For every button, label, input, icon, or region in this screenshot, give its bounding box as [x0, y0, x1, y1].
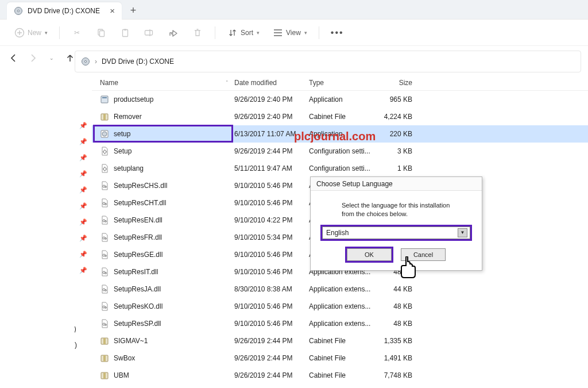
svg-rect-50: [103, 372, 106, 379]
tab-title: DVD Drive (D:) CXONE: [28, 7, 100, 15]
sidebar-quick-001[interactable]: 001📌: [75, 246, 92, 262]
back-button[interactable]: [9, 52, 19, 64]
column-type[interactable]: Type: [309, 79, 378, 87]
sidebar-onedrive[interactable]: › OneDrive - Pers: [75, 94, 92, 110]
language-dialog: Choose Setup Language Select the languag…: [310, 176, 482, 271]
trash-icon: [192, 27, 203, 39]
file-name: SIGMAV~1: [114, 337, 148, 345]
file-size: 4,224 KB: [378, 113, 418, 121]
ok-button[interactable]: OK: [347, 248, 392, 261]
file-icon: [100, 319, 109, 328]
sidebar-home[interactable]: 🏠 Home: [75, 78, 92, 94]
pin-icon: 📌: [79, 186, 87, 194]
sidebar-quick-sazzad-work[interactable]: Sazzad Work📌: [75, 214, 92, 230]
svg-rect-7: [145, 30, 153, 35]
sort-indicator-icon: ˄: [226, 80, 229, 86]
file-name: Setup: [114, 147, 131, 155]
file-row[interactable]: setuplang5/11/2011 9:47 AMConfiguration …: [92, 160, 588, 177]
breadcrumb-current[interactable]: DVD Drive (D:) CXONE: [102, 57, 174, 66]
sidebar-label: Local Disk (C:): [75, 325, 76, 333]
file-row[interactable]: SetupResKO.dll9/10/2010 5:46 PMApplicati…: [92, 298, 588, 315]
file-date: 9/10/2010 5:46 PM: [234, 320, 309, 328]
pin-icon: 📌: [79, 235, 87, 242]
plus-circle-icon: [14, 27, 25, 39]
window-tab[interactable]: DVD Drive (D:) CXONE ×: [7, 2, 122, 20]
language-select[interactable]: English ▼: [322, 226, 470, 239]
file-icon: [100, 216, 109, 225]
file-row[interactable]: UBM9/26/2019 2:44 PMCabinet File7,748 KB: [92, 367, 588, 384]
sidebar-dvd[interactable]: › DVD Drive (D:): [75, 337, 92, 353]
file-date: 9/10/2010 5:46 PM: [234, 268, 309, 276]
scissors-icon: ✂: [71, 27, 83, 39]
up-button[interactable]: [65, 52, 75, 64]
address-bar[interactable]: › DVD Drive (D:) CXONE: [75, 51, 581, 72]
file-icon: [100, 164, 109, 173]
close-tab-icon[interactable]: ×: [110, 6, 115, 16]
new-button[interactable]: New ▾: [10, 24, 51, 41]
file-icon: [100, 267, 109, 276]
svg-rect-5: [123, 29, 128, 36]
file-name: SetupResIT.dll: [114, 268, 158, 276]
sidebar-quick-desktop[interactable]: Desktop📌: [75, 117, 92, 133]
file-row[interactable]: SetupResSP.dll9/10/2010 5:46 PMApplicati…: [92, 315, 588, 332]
file-date: 9/10/2010 5:46 PM: [234, 302, 309, 310]
column-size[interactable]: Size: [378, 79, 418, 87]
sidebar-quick-omron-001[interactable]: Omron 001📌: [75, 262, 92, 278]
file-date: 9/10/2010 4:22 PM: [234, 216, 309, 224]
file-row[interactable]: SwBox9/26/2019 2:44 PMCabinet File1,491 …: [92, 349, 588, 367]
sidebar-thispc[interactable]: ⌄ This PC: [75, 305, 92, 321]
file-row[interactable]: Setup9/26/2019 2:44 PMConfiguration sett…: [92, 143, 588, 160]
pin-icon: 📌: [79, 138, 87, 145]
cut-button[interactable]: ✂: [68, 24, 86, 41]
sidebar-quick-documents[interactable]: Documents📌: [75, 149, 92, 166]
file-date: 9/10/2010 5:46 PM: [234, 251, 309, 259]
recent-button[interactable]: ⌄: [47, 52, 56, 64]
file-type: Cabinet File: [309, 337, 378, 345]
file-type: Application: [309, 95, 378, 103]
share-button[interactable]: [164, 24, 183, 41]
more-button[interactable]: •••: [327, 24, 347, 41]
file-name: SetupResKO.dll: [114, 302, 163, 310]
file-name: UBM: [114, 371, 129, 379]
pin-icon: 📌: [79, 202, 87, 210]
pin-icon: 📌: [79, 251, 87, 258]
file-icon: [100, 233, 109, 242]
file-size: 48 KB: [378, 320, 418, 328]
language-value: English: [326, 229, 349, 237]
file-icon: [100, 285, 109, 294]
column-date[interactable]: Date modified: [234, 79, 309, 87]
file-name: SwBox: [114, 354, 135, 362]
sidebar-quick-screenshots[interactable]: Screenshots📌: [75, 230, 92, 246]
delete-button[interactable]: [188, 24, 207, 41]
svg-point-24: [102, 132, 107, 136]
pin-icon: 📌: [79, 267, 87, 274]
file-row[interactable]: productsetup9/26/2019 2:40 PMApplication…: [92, 91, 588, 108]
file-row[interactable]: SIGMAV~19/26/2019 2:44 PMCabinet File1,3…: [92, 332, 588, 349]
sidebar-label: DVD Drive (D:): [75, 341, 77, 349]
sidebar-localg[interactable]: Local Disk (G:): [75, 282, 92, 298]
sidebar-localc[interactable]: › Local Disk (C:): [75, 321, 92, 337]
column-name[interactable]: Name˄: [92, 79, 234, 87]
cancel-button[interactable]: Cancel: [401, 248, 446, 261]
paste-button[interactable]: [116, 24, 134, 41]
new-tab-button[interactable]: +: [125, 2, 141, 18]
view-button[interactable]: View ▾: [269, 24, 311, 41]
file-row[interactable]: Remover9/26/2019 2:40 PMCabinet File4,22…: [92, 108, 588, 125]
file-icon: [100, 112, 109, 121]
file-date: 9/26/2019 2:44 PM: [234, 337, 309, 345]
sidebar-quick-downloads[interactable]: Downloads📌: [75, 133, 92, 149]
file-row[interactable]: SetupResJA.dll8/30/2010 8:38 AMApplicati…: [92, 281, 588, 298]
file-icon: [100, 336, 109, 345]
sidebar-quick-pictures[interactable]: Pictures📌: [75, 166, 92, 182]
sidebar-quick-videos[interactable]: Videos📌: [75, 198, 92, 214]
sort-button[interactable]: Sort ▾: [223, 24, 263, 41]
rename-button[interactable]: [140, 24, 158, 41]
svg-rect-48: [103, 355, 106, 362]
forward-button[interactable]: [28, 52, 38, 64]
sidebar-quick-music[interactable]: Music📌: [75, 182, 92, 198]
file-name: productsetup: [114, 95, 153, 103]
dropdown-arrow-icon[interactable]: ▼: [458, 228, 467, 237]
pin-icon: 📌: [79, 154, 87, 162]
copy-button[interactable]: [92, 24, 110, 41]
file-icon: [100, 181, 109, 190]
